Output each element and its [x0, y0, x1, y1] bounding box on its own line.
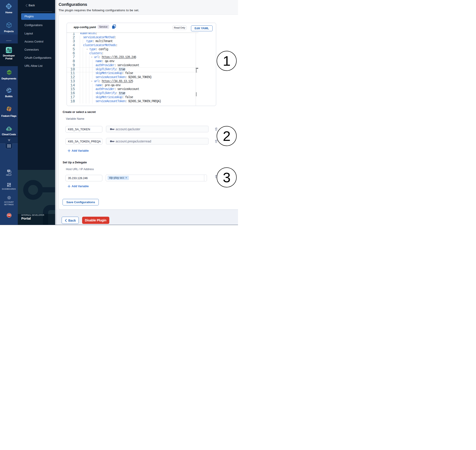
- svg-text:$: $: [8, 127, 10, 130]
- svg-text:?: ?: [8, 170, 9, 172]
